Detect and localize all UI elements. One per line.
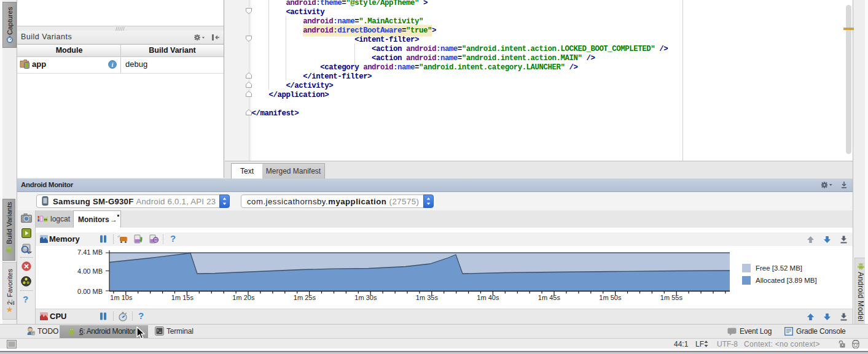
svg-text:i: i	[112, 61, 114, 68]
